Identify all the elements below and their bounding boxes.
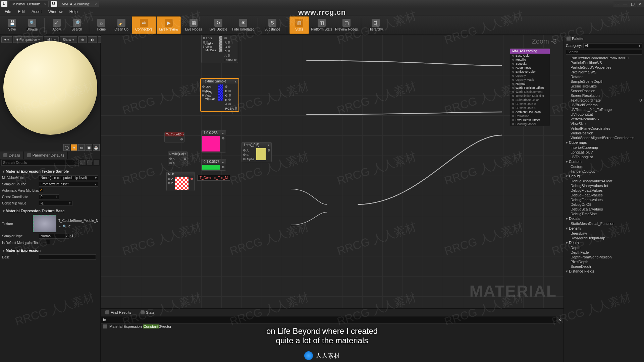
palette-item[interactable]: RayMarchHeightMap [564,236,644,240]
node-texcoord[interactable]: TexCoord[0]▾ [164,132,184,142]
constmip-input[interactable]: -1 [39,201,72,206]
output-pin[interactable]: Roughness [510,66,550,70]
palette-category[interactable]: Density [564,226,644,231]
show-dropdown[interactable]: Show [60,36,77,43]
autoviewmip-checkbox[interactable] [39,188,43,192]
tab-details[interactable]: Details [0,152,24,159]
palette-category[interactable]: Distance Fields [564,269,644,274]
output-pin[interactable]: Emissive Color [510,70,550,74]
palette-item[interactable]: DepthFade [564,250,644,255]
output-pin[interactable]: Custom Data 0 [510,102,550,106]
output-pin[interactable]: Tessellation Multiplier [510,94,550,98]
cleanup-button[interactable]: 🧹Clean Up [112,16,131,34]
desc-input[interactable] [39,254,96,260]
palette-item[interactable]: DebugBinaryValues-Float [564,179,644,183]
palette-item[interactable]: UVToLongLat [564,112,644,117]
output-pin[interactable]: Pixel Depth Offset [510,118,550,122]
hideunrelated-button[interactable]: 👁Hide Unrelated [231,16,255,34]
find-results-search-input[interactable] [101,316,556,323]
close-icon[interactable]: × [95,2,97,6]
material-graph[interactable]: Zoom -3 MATERIAL UVs Tex Apply View MipB… [101,35,564,308]
shape-plane-icon[interactable]: ▭ [78,144,85,151]
menu-file[interactable]: File [1,8,14,15]
reset-texture-icon[interactable]: ↺ [68,225,70,228]
substance-button[interactable]: SSubstance [260,16,284,34]
palette-item[interactable]: DebugBinaryValues-Int [564,183,644,188]
shape-cube-icon[interactable]: ▣ [86,144,92,151]
palette-list[interactable]: PanTextureCoordinateFrom-1toN+1ParticleP… [564,56,644,362]
menu-window[interactable]: Window [45,8,66,15]
output-pin[interactable]: Base Color [510,54,550,58]
maximize-icon[interactable]: ▢ [629,1,636,7]
palette-item[interactable]: SampleSceneDepth [564,79,644,84]
palette-item[interactable]: InteriorCubemap [564,145,644,150]
output-pin[interactable]: World Position Offset [510,86,550,90]
hierarchy-button[interactable]: ⇶Hierarchy [364,16,388,34]
details-search-input[interactable] [1,160,79,166]
samplersource-dropdown[interactable]: From texture asset [39,182,98,187]
filter-icon[interactable] [87,160,92,165]
palette-category[interactable]: Cubemaps [564,140,644,145]
output-pin[interactable]: Subsurface Color [510,98,550,102]
palette-item[interactable]: WorldSpaceAlignedScreenCoordinates [564,135,644,140]
minimize-icon[interactable]: — [621,1,629,7]
stats-button[interactable]: ▥Stats [289,16,309,34]
section-header[interactable]: Material Expression Texture Base [2,208,98,214]
notify-icon[interactable]: ⋯ [613,1,621,7]
node-texture-sample-grey[interactable]: UVs Tex Apply View MipBias R G B A RGBA [201,35,238,63]
palette-item[interactable]: PanTextureCoordinateFrom-1toN+1 [564,56,644,60]
browse-button[interactable]: 🔍Browse [22,16,42,34]
shape-cylinder-icon[interactable]: ◯ [63,144,70,151]
preview-viewport[interactable]: ▾ 👁 Perspective ● Lit Show ⊕ ◐ ⊙ ⇲ z└ y … [0,35,100,152]
output-pin[interactable]: World Displacement [510,90,550,94]
palette-item[interactable]: DebugFloat3Values [564,193,644,197]
palette-item[interactable]: WorldPosition [564,131,644,135]
palette-category[interactable]: Debug [564,174,644,179]
palette-category[interactable]: Custom [564,159,644,164]
section-header[interactable]: Material Expression [2,247,98,254]
node-texture-sample-selected[interactable]: Texture Sample▴ UVs Tex Apply View MipBi… [201,78,239,112]
previewnodes-button[interactable]: ▢Preview Nodes [334,16,359,34]
viewport-tool-2[interactable]: ◐ [88,36,97,43]
shape-sphere-icon[interactable]: ● [71,144,77,151]
search-button[interactable]: 🔎Search [67,16,87,34]
clear-search-icon[interactable]: ✕ [556,316,564,323]
palette-item[interactable]: PixelNormalWS [564,70,644,74]
eye-icon[interactable] [94,160,99,165]
palette-item[interactable]: ViewSize [564,121,644,126]
palette-category[interactable]: Decals [564,216,644,221]
home-button[interactable]: ⌂Home [92,16,111,34]
palette-item[interactable]: VertexNormalWS [564,117,644,121]
apply-button[interactable]: ✓Apply [47,16,66,34]
palette-item[interactable]: SceneDepth [564,264,644,269]
menu-asset[interactable]: Asset [28,8,45,15]
reset-icon[interactable]: ↺ [70,234,73,238]
viewport-options-dropdown[interactable]: ▾ [1,36,12,43]
palette-item[interactable]: ParticleSubUVProperties [564,65,644,70]
platformstats-button[interactable]: ▥Platform Stats [310,16,334,34]
palette-item[interactable]: PixelDepth [564,259,644,264]
samplertype-dropdown[interactable]: Normal [39,234,69,239]
output-pin[interactable]: Opacity Mask [510,78,550,82]
liveupdate-button[interactable]: ↻Live Update [206,16,230,34]
close-icon[interactable]: ✕ [637,1,644,7]
palette-item[interactable]: StaticMeshDecal_Function [564,221,644,226]
mipvaluemode-dropdown[interactable]: None (use computed mip level) [39,175,98,180]
palette-search-input[interactable] [566,50,642,55]
constcoord-input[interactable]: 0 [39,194,59,199]
palette-item[interactable]: UVRemap_0-1_ToRange [564,107,644,112]
find-texture-icon[interactable]: 🔍 [63,225,67,228]
close-icon[interactable]: × [44,2,46,6]
texture-thumbnail[interactable] [33,215,56,232]
section-header[interactable]: Material Expression Texture Sample [2,168,98,175]
palette-item[interactable]: DebugOnOff [564,202,644,207]
perspective-dropdown[interactable]: 👁 Perspective [13,36,43,43]
output-pin[interactable]: Metallic [510,58,550,62]
viewport-tool-1[interactable]: ⊕ [78,36,87,43]
output-pin[interactable]: Refraction [510,114,550,118]
material-output-node[interactable]: MM_ASLearning Base ColorMetallicSpecular… [510,48,550,126]
palette-item[interactable]: UVBrickPatterns [564,103,644,107]
palette-item[interactable]: ParticlePositionWS [564,60,644,65]
shape-teapot-icon[interactable]: ☕ [93,144,100,151]
output-pin[interactable]: Normal [510,82,550,86]
